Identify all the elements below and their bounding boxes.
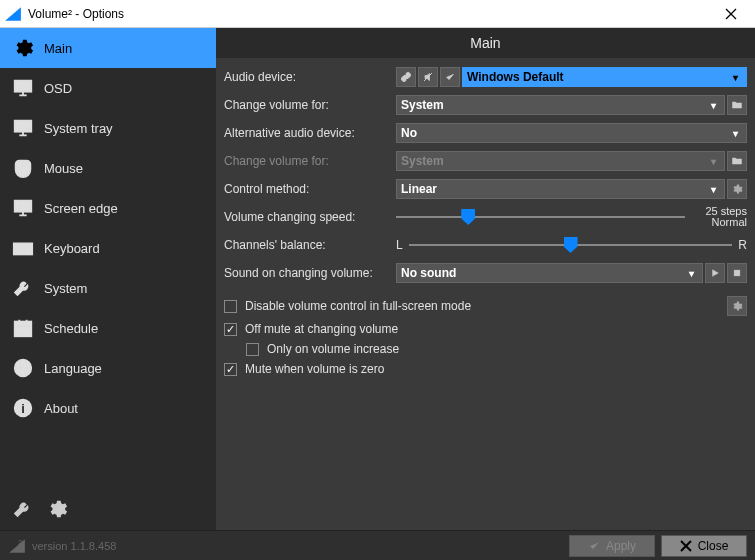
- checkbox-label: Mute when volume is zero: [245, 362, 384, 376]
- sidebar-item-label: OSD: [44, 81, 72, 96]
- svg-rect-7: [25, 127, 30, 130]
- speed-readout: 25 steps Normal: [693, 206, 747, 228]
- svg-marker-0: [5, 7, 21, 21]
- sidebar-item-osd[interactable]: OSD: [0, 68, 216, 108]
- dropdown-value: System: [401, 98, 444, 112]
- label-change-volume-for-2: Change volume for:: [224, 154, 396, 168]
- calendar-icon: [12, 317, 34, 339]
- label-control-method: Control method:: [224, 182, 396, 196]
- play-button[interactable]: [705, 263, 725, 283]
- chevron-down-icon: ▾: [684, 268, 698, 279]
- sidebar-tools: [0, 488, 216, 530]
- balance-slider[interactable]: [409, 234, 733, 256]
- label-sound-on-change: Sound on changing volume:: [224, 266, 396, 280]
- chevron-down-icon: ▾: [728, 128, 742, 139]
- alt-audio-device-dropdown[interactable]: No ▾: [396, 123, 747, 143]
- sidebar-item-schedule[interactable]: Schedule: [0, 308, 216, 348]
- sidebar-item-label: Schedule: [44, 321, 98, 336]
- folder-button[interactable]: [727, 95, 747, 115]
- sidebar-item-label: Keyboard: [44, 241, 100, 256]
- dropdown-value: No sound: [401, 266, 456, 280]
- chevron-down-icon: ▾: [706, 184, 720, 195]
- window-close-button[interactable]: [711, 1, 751, 27]
- folder-button[interactable]: [727, 151, 747, 171]
- sidebar-item-main[interactable]: Main: [0, 28, 216, 68]
- chevron-down-icon: ▾: [706, 156, 720, 167]
- sidebar-item-label: About: [44, 401, 78, 416]
- keyboard-icon: [12, 237, 34, 259]
- balance-left-label: L: [396, 238, 403, 252]
- globe-icon: [12, 357, 34, 379]
- close-button[interactable]: Close: [661, 535, 747, 557]
- label-change-volume-for: Change volume for:: [224, 98, 396, 112]
- volume-speed-slider[interactable]: [396, 206, 685, 228]
- svg-rect-11: [15, 201, 32, 212]
- dropdown-value: Windows Default: [467, 70, 564, 84]
- wrench-tool-icon[interactable]: [12, 498, 34, 520]
- control-method-dropdown[interactable]: Linear ▾: [396, 179, 725, 199]
- footer-app-icon: 2: [8, 537, 26, 555]
- svg-marker-30: [713, 270, 719, 277]
- sidebar-item-mouse[interactable]: Mouse: [0, 148, 216, 188]
- monitor-icon: [12, 77, 34, 99]
- checkbox-label: Off mute at changing volume: [245, 322, 398, 336]
- sidebar-item-system[interactable]: System: [0, 268, 216, 308]
- fullscreen-settings-button[interactable]: [727, 296, 747, 316]
- sidebar-item-label: Main: [44, 41, 72, 56]
- chevron-down-icon: ▾: [728, 72, 742, 83]
- title-bar: Volume² - Options: [0, 0, 755, 28]
- svg-rect-14: [14, 243, 32, 254]
- sidebar-item-systray[interactable]: System tray: [0, 108, 216, 148]
- sidebar-item-screen-edge[interactable]: Screen edge: [0, 188, 216, 228]
- balance-right-label: R: [738, 238, 747, 252]
- chevron-down-icon: ▾: [706, 100, 720, 111]
- sidebar-item-language[interactable]: Language: [0, 348, 216, 388]
- sidebar: Main OSD System tray Mouse Screen edge K…: [0, 28, 216, 530]
- svg-rect-6: [15, 121, 32, 132]
- app-icon: [4, 5, 22, 23]
- dropdown-value: Linear: [401, 182, 437, 196]
- window-title: Volume² - Options: [28, 7, 124, 21]
- svg-rect-3: [15, 81, 32, 92]
- footer: 2 version 1.1.8.458 Apply Close: [0, 530, 755, 560]
- mouse-icon: [12, 157, 34, 179]
- mute-button[interactable]: [418, 67, 438, 87]
- audio-device-dropdown[interactable]: Windows Default ▾: [462, 67, 747, 87]
- monitor-tray-icon: [12, 117, 34, 139]
- checkbox-mute-zero[interactable]: [224, 363, 237, 376]
- gear-tool-icon[interactable]: [46, 498, 68, 520]
- settings-button[interactable]: [727, 179, 747, 199]
- svg-marker-32: [9, 539, 25, 553]
- label-channels-balance: Channels' balance:: [224, 238, 396, 252]
- sidebar-item-label: Language: [44, 361, 102, 376]
- dropdown-value: System: [401, 154, 444, 168]
- sidebar-item-about[interactable]: i About: [0, 388, 216, 428]
- checkbox-only-increase[interactable]: [246, 343, 259, 356]
- change-volume-for-2-dropdown[interactable]: System ▾: [396, 151, 725, 171]
- checkbox-off-mute[interactable]: [224, 323, 237, 336]
- label-volume-speed: Volume changing speed:: [224, 210, 396, 224]
- apply-button[interactable]: Apply: [569, 535, 655, 557]
- sound-on-change-dropdown[interactable]: No sound ▾: [396, 263, 703, 283]
- checkbox-label: Only on volume increase: [267, 342, 399, 356]
- link-button[interactable]: [396, 67, 416, 87]
- sidebar-item-label: Mouse: [44, 161, 83, 176]
- content-panel: Main Audio device: Windows Default ▾ Cha…: [216, 28, 755, 530]
- version-text: version 1.1.8.458: [32, 540, 116, 552]
- label-alt-audio-device: Alternative audio device:: [224, 126, 396, 140]
- svg-text:2: 2: [18, 538, 22, 545]
- stop-button[interactable]: [727, 263, 747, 283]
- sidebar-item-keyboard[interactable]: Keyboard: [0, 228, 216, 268]
- checkbox-disable-fullscreen[interactable]: [224, 300, 237, 313]
- check-button[interactable]: [440, 67, 460, 87]
- change-volume-for-dropdown[interactable]: System ▾: [396, 95, 725, 115]
- sidebar-item-label: Screen edge: [44, 201, 118, 216]
- checkbox-label: Disable volume control in full-screen mo…: [245, 299, 471, 313]
- svg-text:i: i: [21, 401, 25, 416]
- info-icon: i: [12, 397, 34, 419]
- svg-rect-31: [734, 270, 740, 276]
- label-audio-device: Audio device:: [224, 70, 396, 84]
- sidebar-item-label: System tray: [44, 121, 113, 136]
- gear-icon: [12, 37, 34, 59]
- screen-edge-icon: [12, 197, 34, 219]
